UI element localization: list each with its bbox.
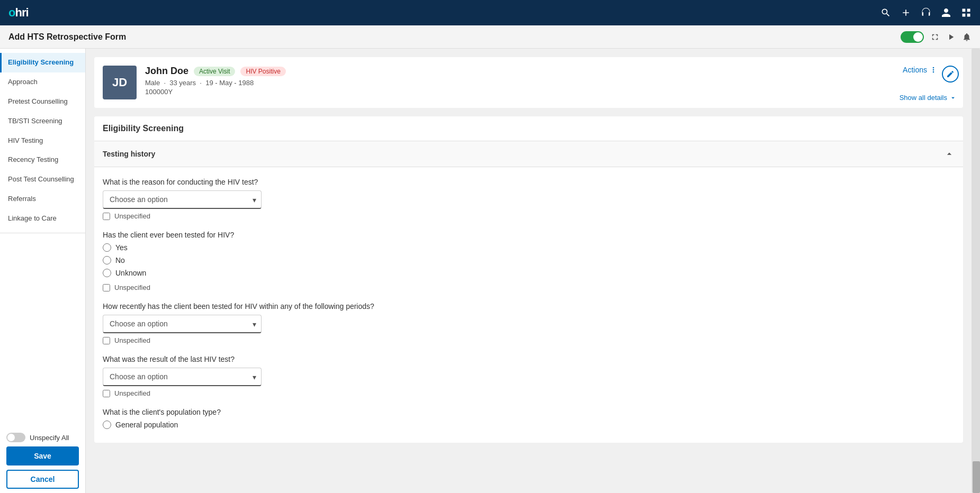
- population-type-radio-group: General population: [103, 421, 955, 429]
- radio-general-population[interactable]: [103, 421, 111, 429]
- radio-option-general-population: General population: [103, 421, 955, 429]
- sidebar-divider: [0, 233, 85, 233]
- last-hiv-result-dropdown-wrapper: Choose an option ▾: [103, 368, 262, 386]
- radio-yes[interactable]: [103, 243, 111, 252]
- radio-no[interactable]: [103, 256, 111, 264]
- headset-icon[interactable]: [921, 7, 931, 18]
- hiv-tested-before-group: Has the client ever been tested for HIV?…: [103, 231, 955, 291]
- hiv-tested-before-unspecified-label: Unspecified: [114, 284, 150, 291]
- hiv-test-reason-unspecified-checkbox[interactable]: [103, 213, 110, 220]
- patient-name-row: John Doe Active Visit HIV Positive: [145, 66, 955, 77]
- hiv-test-period-group: How recently has the client been tested …: [103, 302, 955, 344]
- add-icon[interactable]: [901, 7, 911, 18]
- main-layout: Eligibility Screening Approach Pretest C…: [0, 49, 980, 493]
- hiv-test-reason-unspecified-row: Unspecified: [103, 212, 955, 220]
- patient-id: 100000Y: [145, 88, 955, 96]
- testing-history-section-toggle[interactable]: Testing history: [94, 141, 963, 167]
- fullscreen-button[interactable]: [930, 32, 940, 42]
- sidebar: Eligibility Screening Approach Pretest C…: [0, 49, 86, 493]
- content-area: JD John Doe Active Visit HIV Positive Ma…: [86, 49, 972, 493]
- sidebar-item-approach[interactable]: Approach: [0, 72, 85, 92]
- last-hiv-result-unspecified-row: Unspecified: [103, 389, 955, 397]
- show-all-details-link[interactable]: Show all details: [900, 94, 957, 102]
- hiv-tested-before-label: Has the client ever been tested for HIV?: [103, 231, 955, 239]
- collapse-icon: [944, 149, 955, 159]
- sidebar-item-linkage-to-care[interactable]: Linkage to Care: [0, 209, 85, 229]
- sidebar-item-post-test-counselling[interactable]: Post Test Counselling: [0, 170, 85, 189]
- last-hiv-result-label: What was the result of the last HIV test…: [103, 355, 955, 363]
- hiv-test-period-dropdown[interactable]: Choose an option: [103, 315, 262, 333]
- form-section-header: Eligibility Screening: [94, 116, 963, 141]
- last-hiv-result-dropdown[interactable]: Choose an option: [103, 368, 262, 386]
- hiv-test-reason-group: What is the reason for conducting the HI…: [103, 178, 955, 220]
- patient-actions[interactable]: Actions: [903, 66, 938, 74]
- hiv-test-period-dropdown-wrapper: Choose an option ▾: [103, 315, 262, 333]
- notification-button[interactable]: [962, 32, 972, 42]
- population-type-label: What is the client's population type?: [103, 408, 955, 416]
- subheader: Add HTS Retrospective Form: [0, 25, 980, 49]
- hiv-tested-before-unspecified-checkbox[interactable]: [103, 284, 110, 291]
- sidebar-item-recency-testing[interactable]: Recency Testing: [0, 150, 85, 170]
- page-title: Add HTS Retrospective Form: [8, 32, 126, 42]
- sidebar-item-hiv-testing[interactable]: HIV Testing: [0, 131, 85, 151]
- sidebar-bottom: Unspecify All Save Cancel: [0, 428, 85, 493]
- patient-info: John Doe Active Visit HIV Positive Male …: [145, 66, 955, 96]
- navigate-forward-button[interactable]: [946, 32, 956, 42]
- sidebar-item-pretest-counselling[interactable]: Pretest Counselling: [0, 92, 85, 112]
- unspecify-all-label: Unspecify All: [30, 434, 69, 442]
- scrollbar-thumb[interactable]: [973, 461, 980, 493]
- nav-icons: [880, 7, 972, 18]
- patient-card: JD John Doe Active Visit HIV Positive Ma…: [94, 57, 963, 108]
- hiv-test-period-unspecified-label: Unspecified: [114, 336, 150, 344]
- patient-name: John Doe: [145, 66, 188, 77]
- radio-option-yes: Yes: [103, 243, 955, 252]
- hiv-test-reason-unspecified-label: Unspecified: [114, 212, 150, 220]
- patient-demographics: Male · 33 years · 19 - May - 1988: [145, 79, 955, 87]
- last-hiv-result-group: What was the result of the last HIV test…: [103, 355, 955, 397]
- unspecify-all-row: Unspecify All: [6, 433, 79, 442]
- actions-menu-icon[interactable]: [929, 66, 938, 74]
- grid-icon[interactable]: [961, 7, 972, 18]
- hiv-test-period-unspecified-checkbox[interactable]: [103, 337, 110, 344]
- hiv-test-reason-dropdown[interactable]: Choose an option: [103, 190, 262, 209]
- badge-active-visit: Active Visit: [194, 67, 235, 76]
- account-icon[interactable]: [941, 7, 951, 18]
- hiv-test-reason-dropdown-wrapper: Choose an option ▾: [103, 190, 262, 209]
- avatar: JD: [103, 66, 137, 99]
- sidebar-item-tb-sti-screening[interactable]: TB/STI Screening: [0, 112, 85, 131]
- hiv-tested-before-unspecified-row: Unspecified: [103, 284, 955, 291]
- toggle-switch[interactable]: [901, 31, 924, 43]
- top-navigation: ohri: [0, 0, 980, 25]
- hiv-test-period-label: How recently has the client been tested …: [103, 302, 955, 311]
- unspecify-all-toggle[interactable]: [6, 433, 25, 442]
- scrollbar[interactable]: [972, 49, 980, 493]
- hiv-test-period-unspecified-row: Unspecified: [103, 336, 955, 344]
- search-icon[interactable]: [880, 7, 891, 18]
- sidebar-item-eligibility-screening[interactable]: Eligibility Screening: [0, 53, 85, 72]
- radio-unknown[interactable]: [103, 269, 111, 277]
- hiv-test-reason-label: What is the reason for conducting the HI…: [103, 178, 955, 186]
- chevron-down-icon: [949, 94, 957, 102]
- last-hiv-result-unspecified-checkbox[interactable]: [103, 390, 110, 397]
- form-body: What is the reason for conducting the HI…: [94, 167, 963, 443]
- badge-hiv-positive: HIV Positive: [240, 67, 285, 76]
- cancel-button[interactable]: Cancel: [6, 470, 79, 489]
- last-hiv-result-unspecified-label: Unspecified: [114, 389, 150, 397]
- edit-button[interactable]: [942, 66, 959, 83]
- population-type-group: What is the client's population type? Ge…: [103, 408, 955, 432]
- subheader-actions: [901, 31, 972, 43]
- radio-option-no: No: [103, 256, 955, 264]
- sidebar-item-referrals[interactable]: Referrals: [0, 189, 85, 209]
- radio-option-unknown: Unknown: [103, 269, 955, 277]
- logo: ohri: [8, 6, 29, 20]
- eligibility-screening-form: Eligibility Screening Testing history Wh…: [94, 116, 963, 443]
- save-button[interactable]: Save: [6, 446, 79, 465]
- hiv-tested-before-radio-group: Yes No Unknown: [103, 243, 955, 277]
